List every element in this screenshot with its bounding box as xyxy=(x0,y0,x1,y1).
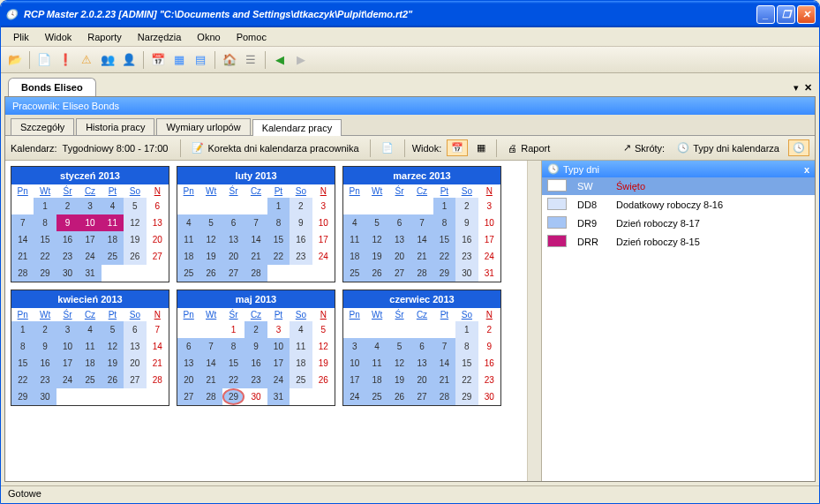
day-cell[interactable]: 23 xyxy=(244,372,267,388)
day-cell[interactable]: 16 xyxy=(290,231,312,248)
day-cell[interactable]: 23 xyxy=(56,248,79,265)
day-cell[interactable]: 21 xyxy=(433,372,455,388)
day-cell[interactable]: 14 xyxy=(410,231,433,248)
tab-0[interactable]: Szczegóły xyxy=(11,118,74,135)
day-cell[interactable]: 28 xyxy=(11,265,34,282)
user-icon[interactable]: 👤 xyxy=(120,51,138,69)
day-cell[interactable]: 17 xyxy=(267,355,290,372)
legend-row[interactable]: DD8Dodatkowy roboczy 8-16 xyxy=(542,196,815,214)
day-cell[interactable]: 15 xyxy=(222,355,244,372)
day-cell[interactable]: 21 xyxy=(147,355,169,372)
day-cell[interactable]: 19 xyxy=(124,231,146,248)
day-cell[interactable]: 20 xyxy=(124,355,146,372)
day-cell[interactable]: 24 xyxy=(267,372,290,388)
day-cell[interactable]: 28 xyxy=(147,372,169,388)
refresh-button[interactable]: 📄 xyxy=(378,140,397,155)
day-cell[interactable]: 30 xyxy=(244,388,267,405)
day-cell[interactable]: 22 xyxy=(11,372,34,388)
day-cell[interactable]: 3 xyxy=(312,198,335,214)
day-cell[interactable]: 28 xyxy=(199,388,222,405)
day-cell[interactable]: 17 xyxy=(56,355,79,372)
day-cell[interactable]: 29 xyxy=(222,388,244,405)
layers-icon[interactable]: ☰ xyxy=(242,51,260,69)
maximize-button[interactable]: ❐ xyxy=(777,5,795,24)
day-cell[interactable]: 14 xyxy=(244,231,267,248)
day-cell[interactable]: 24 xyxy=(478,248,500,265)
day-cell[interactable]: 1 xyxy=(222,321,244,338)
document-tab[interactable]: Bonds Eliseo xyxy=(8,78,96,96)
day-cell[interactable]: 22 xyxy=(34,248,56,265)
day-cell[interactable]: 9 xyxy=(455,214,478,231)
day-cell[interactable]: 12 xyxy=(365,231,387,248)
day-cell[interactable]: 3 xyxy=(343,338,365,355)
day-cell[interactable]: 8 xyxy=(455,338,478,355)
menu-widok[interactable]: Widok xyxy=(38,30,79,44)
day-cell[interactable]: 10 xyxy=(56,338,79,355)
day-cell[interactable]: 26 xyxy=(365,265,387,282)
day-cell[interactable]: 16 xyxy=(455,231,478,248)
day-cell[interactable]: 10 xyxy=(79,214,101,231)
day-cell[interactable]: 7 xyxy=(147,321,169,338)
day-cell[interactable]: 26 xyxy=(312,372,335,388)
day-cell[interactable]: 26 xyxy=(388,388,410,405)
day-cell[interactable]: 30 xyxy=(34,388,56,405)
day-types-table[interactable]: SWŚwiętoDD8Dodatkowy roboczy 8-16DR9Dzie… xyxy=(542,177,815,252)
day-cell[interactable]: 16 xyxy=(34,355,56,372)
day-cell[interactable]: 7 xyxy=(244,214,267,231)
day-cell[interactable]: 10 xyxy=(312,214,335,231)
more-button[interactable]: 🕓 xyxy=(788,139,809,156)
menu-okno[interactable]: Okno xyxy=(190,30,227,44)
day-cell[interactable]: 19 xyxy=(365,248,387,265)
day-cell[interactable]: 29 xyxy=(34,265,56,282)
korekta-button[interactable]: 📝 Korekta dni kalendarza pracownika xyxy=(188,140,362,155)
day-cell[interactable]: 11 xyxy=(290,338,312,355)
skroty-button[interactable]: ↗ Skróty: xyxy=(620,140,668,155)
day-cell[interactable]: 11 xyxy=(177,231,199,248)
day-cell[interactable]: 27 xyxy=(222,265,244,282)
day-cell[interactable]: 12 xyxy=(102,338,124,355)
day-cell[interactable]: 27 xyxy=(124,372,146,388)
day-cell[interactable]: 28 xyxy=(433,388,455,405)
day-cell[interactable]: 23 xyxy=(34,372,56,388)
list-icon[interactable]: ▤ xyxy=(192,51,209,69)
day-cell[interactable]: 14 xyxy=(199,355,222,372)
calendar-pane[interactable]: styczeń 2013PnWtŚrCzPtSoN123456789101112… xyxy=(5,161,527,481)
day-cell[interactable]: 7 xyxy=(410,214,433,231)
forward-icon[interactable]: ▶ xyxy=(292,51,310,69)
menu-plik[interactable]: Plik xyxy=(6,30,36,44)
day-cell[interactable]: 9 xyxy=(34,338,56,355)
day-cell[interactable]: 19 xyxy=(312,355,335,372)
day-cell[interactable]: 21 xyxy=(410,248,433,265)
calendar-icon[interactable]: 📅 xyxy=(149,51,167,69)
home-icon[interactable]: 🏠 xyxy=(221,51,238,69)
day-cell[interactable]: 18 xyxy=(365,372,387,388)
day-cell[interactable]: 28 xyxy=(410,265,433,282)
day-cell[interactable]: 13 xyxy=(222,231,244,248)
day-cell[interactable]: 2 xyxy=(478,321,500,338)
menu-raporty[interactable]: Raporty xyxy=(80,30,129,44)
day-cell[interactable]: 5 xyxy=(199,214,222,231)
day-cell[interactable]: 5 xyxy=(365,214,387,231)
tab-3[interactable]: Kalendarz pracy xyxy=(252,119,342,136)
view-grid-button[interactable]: ▦ xyxy=(473,140,489,155)
day-cell[interactable]: 11 xyxy=(365,355,387,372)
titlebar[interactable]: 🕓 RCP Master 2.0.2.23 [ADMIN] "C:\Docume… xyxy=(1,1,819,27)
typy-button[interactable]: 🕓 Typy dni kalendarza xyxy=(673,140,783,155)
day-cell[interactable]: 4 xyxy=(102,198,124,214)
day-cell[interactable]: 1 xyxy=(34,198,56,214)
day-cell[interactable]: 25 xyxy=(290,372,312,388)
day-cell[interactable]: 13 xyxy=(410,355,433,372)
day-cell[interactable]: 7 xyxy=(199,338,222,355)
day-cell[interactable]: 21 xyxy=(11,248,34,265)
calendar-value[interactable]: Tygodniowy 8:00 - 17:00 xyxy=(63,143,174,154)
day-cell[interactable]: 18 xyxy=(290,355,312,372)
day-cell[interactable]: 8 xyxy=(267,214,290,231)
day-cell[interactable]: 18 xyxy=(79,355,101,372)
day-cell[interactable]: 25 xyxy=(79,372,101,388)
day-cell[interactable]: 5 xyxy=(102,321,124,338)
day-cell[interactable]: 1 xyxy=(455,321,478,338)
day-cell[interactable]: 11 xyxy=(102,214,124,231)
day-cell[interactable]: 3 xyxy=(267,321,290,338)
day-cell[interactable]: 26 xyxy=(102,372,124,388)
menu-narzędzia[interactable]: Narzędzia xyxy=(131,30,189,44)
